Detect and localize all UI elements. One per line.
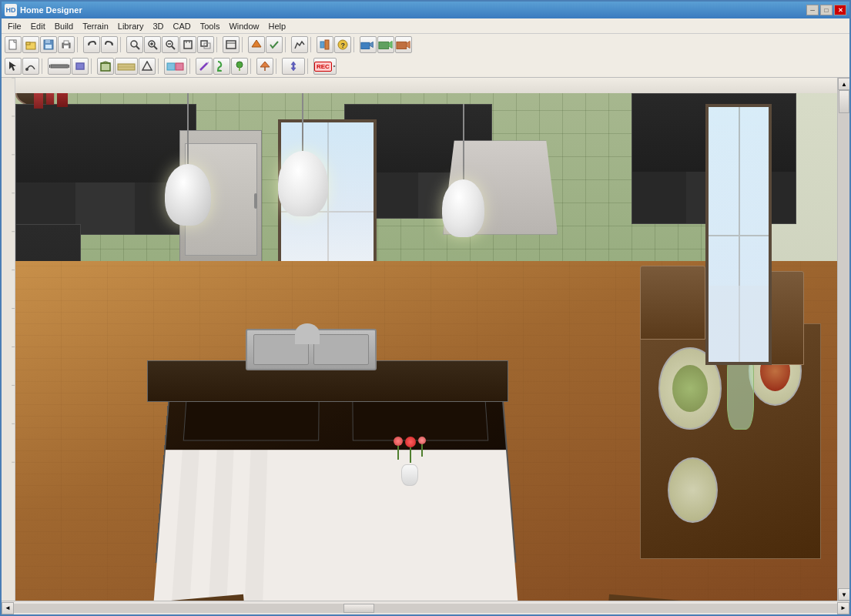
svg-point-11 [131,41,137,47]
svg-line-18 [172,46,175,49]
right-scrollbar: ▲ ▼ [837,78,849,601]
svg-rect-60 [2,78,15,601]
select-tool-button[interactable] [5,58,22,75]
scroll-thumb-vertical[interactable] [839,90,849,113]
svg-rect-36 [397,42,407,49]
svg-line-14 [154,46,157,49]
svg-rect-4 [45,40,50,43]
close-button[interactable]: ✕ [834,5,846,15]
kitchen-faucet [295,323,320,344]
svg-rect-44 [101,63,110,71]
ceiling [15,78,837,93]
material-button[interactable] [248,36,265,53]
menu-terrain[interactable]: Terrain [78,20,113,32]
zoom-in-button[interactable] [144,36,161,53]
record-button[interactable]: REC [313,58,337,75]
floor-cam-button[interactable] [360,36,377,53]
canvas-area[interactable] [15,78,837,601]
pendant-light-1 [163,78,213,235]
arc-tool-button[interactable] [22,58,39,75]
pendant-light-2 [278,78,327,224]
menu-window[interactable]: Window [224,20,263,32]
pencil-tool-button[interactable] [196,58,213,75]
undo-button[interactable] [83,36,100,53]
fit-button[interactable] [179,36,196,53]
svg-rect-8 [64,45,69,49]
scroll-thumb-horizontal[interactable] [343,604,374,613]
print-button[interactable] [58,36,75,53]
wall-tool-button[interactable] [48,58,71,75]
svg-rect-29 [325,40,329,49]
save-button[interactable] [40,36,57,53]
scroll-left-button[interactable]: ◄ [2,602,14,614]
zoom-out-button[interactable] [162,36,179,53]
svg-rect-7 [64,41,69,44]
elevation-view-button[interactable] [256,58,273,75]
object-tool-button[interactable] [164,58,187,75]
toolbar2-sep-1 [42,59,45,74]
plant-tool-button[interactable] [231,58,248,75]
scroll-right-button[interactable]: ► [837,602,849,614]
menu-tools[interactable]: Tools [196,20,225,32]
scroll-down-button[interactable]: ▼ [838,588,849,601]
svg-rect-0 [9,40,16,49]
room-tool-button[interactable] [97,58,114,75]
svg-rect-43 [76,63,84,69]
scroll-up-button[interactable]: ▲ [838,78,849,90]
dining-chair-2 [640,266,705,339]
svg-rect-5 [45,45,52,49]
toolbar-area: ? [2,34,849,78]
zoom-realsize-button[interactable] [126,36,143,53]
toolbar2-sep-7 [307,59,311,74]
pendant-light-3 [443,104,484,271]
menu-cad[interactable]: CAD [168,20,195,32]
full-cam-button[interactable] [377,36,394,53]
toolbar-sep-1 [77,37,81,52]
menu-library[interactable]: Library [113,20,149,32]
toolbar2-sep-3 [158,59,162,74]
scroll-track-vertical[interactable] [838,90,849,588]
menu-help[interactable]: Help [264,20,291,32]
check-mark-button[interactable] [266,36,283,53]
svg-rect-2 [26,42,30,45]
svg-marker-48 [142,62,152,70]
menu-edit[interactable]: Edit [26,20,50,32]
svg-rect-50 [176,63,183,70]
menu-3d[interactable]: 3D [148,20,168,32]
svg-marker-27 [252,40,261,47]
svg-text:?: ? [341,42,346,49]
maximize-button[interactable]: □ [820,5,833,15]
menu-build[interactable]: Build [50,20,78,32]
redo-button[interactable] [101,36,118,53]
fit-all-button[interactable] [197,36,214,53]
open-button[interactable] [22,36,39,53]
menu-bar: File Edit Build Terrain Library 3D CAD T… [2,18,849,34]
svg-marker-59 [333,65,335,67]
library-button[interactable] [317,36,333,53]
iso-cam-button[interactable] [395,36,412,53]
svg-marker-58 [291,62,296,71]
help-button[interactable]: ? [334,36,351,53]
scroll-track-horizontal[interactable] [14,604,837,613]
elevation-button[interactable] [291,36,308,53]
svg-marker-37 [407,41,410,48]
window-button[interactable] [223,36,240,53]
svg-marker-38 [9,62,16,71]
app-icon: HD [5,4,17,16]
svg-point-39 [25,68,28,71]
menu-file[interactable]: File [3,20,26,32]
floor-tool-button[interactable] [115,58,138,75]
move-tool-button[interactable] [282,58,305,75]
box-select-button[interactable] [72,58,89,75]
paint-tool-button[interactable] [213,58,230,75]
svg-rect-49 [167,63,175,70]
bottom-scrollbar: ◄ ► [2,601,849,614]
minimize-button[interactable]: ─ [806,5,819,15]
toolbar-sep-3 [216,37,220,52]
toolbar2-sep-4 [189,59,193,74]
roof-tool-button[interactable] [139,58,156,75]
svg-rect-20 [184,41,192,49]
kitchen-render [15,78,837,601]
new-button[interactable] [5,36,22,53]
toolbar2-sep-6 [276,59,280,74]
